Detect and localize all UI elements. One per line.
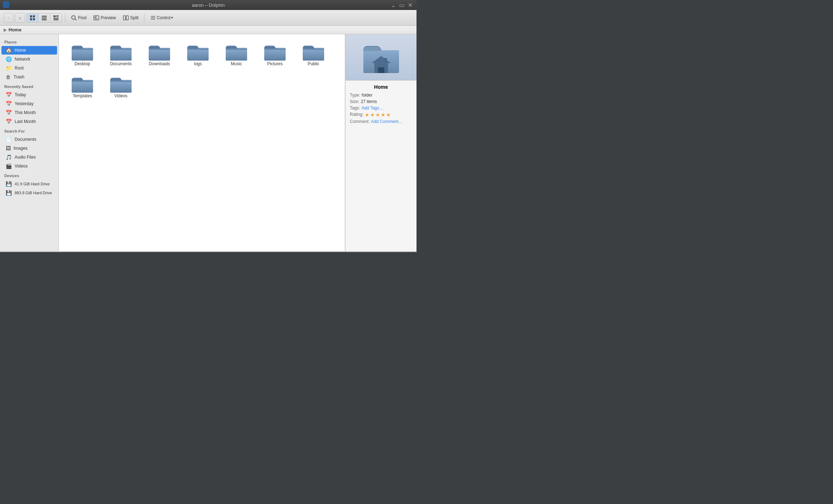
folder-item-public[interactable]: Public [296, 40, 331, 69]
folder-label-pictures: Pictures [267, 61, 282, 66]
list-view-icon [41, 15, 47, 21]
breadcrumb-arrow: ▶ [4, 27, 7, 32]
svg-rect-42 [303, 48, 324, 50]
svg-rect-47 [110, 81, 132, 93]
breadcrumb-home[interactable]: Home [9, 27, 21, 32]
folder-item-documents[interactable]: Documents [103, 40, 139, 69]
close-icon[interactable]: ✕ [407, 2, 414, 9]
list-view-button[interactable] [39, 14, 50, 22]
compact-view-icon [53, 15, 59, 21]
folder-label-videos: Videos [114, 93, 127, 98]
app-icon [3, 1, 9, 8]
star-4[interactable]: ★ [381, 112, 385, 118]
sidebar-item-network[interactable]: 🌐 Network [1, 55, 57, 63]
rating-stars[interactable]: ★ ★ ★ ★ ★ [365, 112, 391, 118]
folder-item-desktop[interactable]: Desktop [65, 40, 100, 69]
split-icon [123, 15, 129, 21]
root-icon: 📁 [6, 65, 12, 71]
folder-item-downloads[interactable]: Downloads [142, 40, 177, 69]
sidebar-item-documents[interactable]: 📄 Documents [1, 135, 57, 144]
preview-icon [93, 15, 99, 21]
svg-rect-5 [42, 17, 47, 19]
forward-button[interactable]: › [15, 13, 25, 23]
sidebar-item-last-month[interactable]: 📅 Last Month [1, 117, 57, 126]
preview-label: Preview [101, 15, 116, 20]
compact-view-button[interactable] [50, 14, 62, 22]
comment-link[interactable]: Add Comment… [371, 119, 403, 124]
sidebar-root-label: Root [15, 66, 24, 71]
split-button[interactable]: Split [120, 14, 141, 22]
trash-icon: 🗑 [6, 74, 11, 80]
folder-item-logs[interactable]: logs [180, 40, 216, 69]
maximize-icon[interactable]: ▭ [398, 2, 405, 9]
star-2[interactable]: ★ [370, 112, 375, 118]
sidebar-item-home[interactable]: 🏠 Home [1, 46, 57, 55]
svg-rect-53 [378, 67, 384, 73]
sidebar-item-root[interactable]: 📁 Root [1, 64, 57, 72]
star-5[interactable]: ★ [386, 112, 391, 118]
sidebar-item-trash[interactable]: 🗑 Trash [1, 73, 57, 81]
info-rating-row: Rating: ★ ★ ★ ★ ★ [350, 112, 412, 118]
svg-rect-33 [187, 48, 209, 50]
sidebar-item-videos[interactable]: 🎬 Videos [1, 162, 57, 170]
folder-item-videos[interactable]: Videos [103, 72, 139, 101]
folder-icon-downloads [148, 43, 171, 61]
separator-1 [65, 13, 65, 23]
control-label: Control [157, 15, 170, 20]
tags-link[interactable]: Add Tags… [362, 106, 384, 110]
folder-label-desktop: Desktop [75, 61, 90, 66]
info-title: Home [350, 84, 412, 90]
svg-rect-36 [226, 48, 247, 50]
audio-files-icon: 🎵 [6, 154, 12, 160]
folder-label-logs: logs [194, 61, 202, 66]
svg-rect-26 [110, 48, 132, 61]
svg-rect-18 [126, 16, 128, 20]
svg-rect-20 [151, 17, 155, 18]
svg-rect-48 [110, 81, 132, 82]
sidebar-item-audio-files[interactable]: 🎵 Audio Files [1, 153, 57, 161]
info-type-row: Type: folder [350, 93, 412, 98]
preview-button[interactable]: Preview [91, 14, 119, 22]
icon-view-button[interactable] [27, 14, 39, 22]
info-panel: Home Type: folder Size: 27 items Tags: A… [345, 34, 416, 251]
folder-label-documents: Documents [110, 61, 132, 66]
svg-rect-3 [33, 18, 35, 20]
svg-rect-41 [303, 48, 324, 61]
back-icon: ‹ [8, 15, 10, 21]
folder-icon-pictures [264, 43, 286, 61]
svg-rect-39 [264, 48, 286, 50]
split-label: Split [130, 15, 138, 20]
folder-item-pictures[interactable]: Pictures [257, 40, 293, 69]
sidebar-item-hdd-883[interactable]: 💾 883.8 GiB Hard Drive [1, 189, 57, 197]
devices-label: Devices [0, 171, 58, 179]
folder-item-music[interactable]: Music [219, 40, 254, 69]
last-month-icon: 📅 [6, 119, 12, 124]
sidebar-item-today[interactable]: 📅 Today [1, 91, 57, 99]
sidebar-item-hdd-41[interactable]: 💾 41.9 GiB Hard Drive [1, 180, 57, 188]
star-3[interactable]: ★ [375, 112, 380, 118]
folder-item-templates[interactable]: Templates [65, 72, 100, 101]
images-icon: 🖼 [6, 145, 11, 151]
control-button[interactable]: Control ▾ [147, 14, 176, 22]
sidebar-item-yesterday[interactable]: 📅 Yesterday [1, 99, 57, 108]
sidebar-audio-files-label: Audio Files [15, 155, 36, 160]
svg-rect-7 [53, 15, 56, 17]
type-label: Type: [350, 93, 360, 98]
find-button[interactable]: Find [68, 14, 89, 22]
svg-rect-1 [33, 15, 35, 17]
back-button[interactable]: ‹ [4, 13, 14, 23]
documents-icon: 📄 [6, 137, 12, 142]
chevron-down-icon: ▾ [171, 16, 173, 20]
home-icon: 🏠 [6, 47, 12, 53]
yesterday-icon: 📅 [6, 101, 12, 107]
star-1[interactable]: ★ [365, 112, 369, 118]
sidebar-item-images[interactable]: 🖼 Images [1, 144, 57, 153]
home-folder-icon [362, 40, 401, 75]
sidebar-item-this-month[interactable]: 📅 This Month [1, 108, 57, 117]
size-label: Size: [350, 99, 359, 104]
size-value: 27 items [361, 99, 377, 104]
title-bar: aaron – Dolphin ⌄ ▭ ✕ [0, 0, 416, 10]
folder-label-templates: Templates [73, 93, 92, 98]
minimize-icon[interactable]: ⌄ [389, 2, 397, 9]
folder-icon-templates [71, 75, 94, 93]
